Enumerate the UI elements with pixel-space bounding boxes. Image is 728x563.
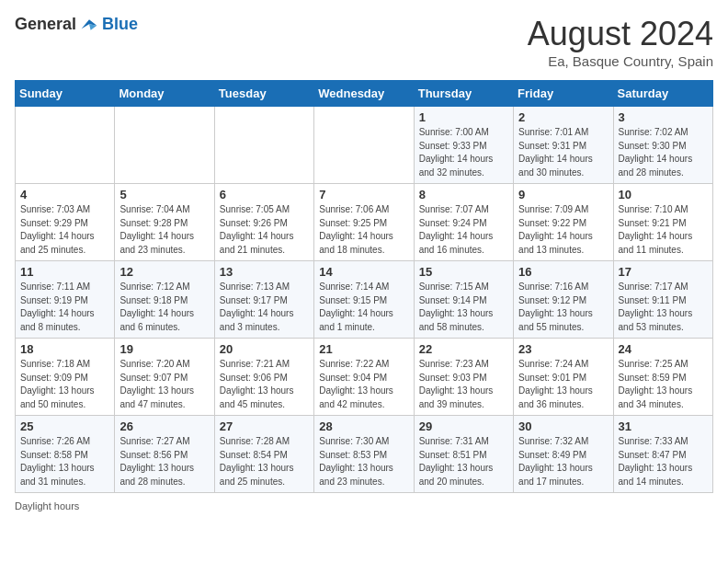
day-number: 25 — [20, 419, 109, 433]
calendar-cell: 8Sunrise: 7:07 AMSunset: 9:24 PMDaylight… — [414, 184, 513, 261]
calendar-cell: 1Sunrise: 7:00 AMSunset: 9:33 PMDaylight… — [414, 107, 513, 184]
calendar-cell: 4Sunrise: 7:03 AMSunset: 9:29 PMDaylight… — [16, 184, 115, 261]
day-number: 23 — [518, 342, 608, 356]
weekday-header-row: SundayMondayTuesdayWednesdayThursdayFrid… — [16, 81, 713, 107]
weekday-header-thursday: Thursday — [414, 81, 513, 107]
day-number: 14 — [319, 265, 408, 279]
calendar-cell: 29Sunrise: 7:31 AMSunset: 8:51 PMDayligh… — [414, 416, 513, 493]
calendar-cell: 3Sunrise: 7:02 AMSunset: 9:30 PMDaylight… — [613, 107, 712, 184]
day-number: 29 — [419, 419, 508, 433]
day-number: 24 — [619, 342, 708, 356]
calendar-cell: 5Sunrise: 7:04 AMSunset: 9:28 PMDaylight… — [115, 184, 214, 261]
weekday-header-friday: Friday — [514, 81, 613, 107]
location-subtitle: Ea, Basque Country, Spain — [528, 53, 713, 69]
calendar-cell: 16Sunrise: 7:16 AMSunset: 9:12 PMDayligh… — [514, 261, 613, 339]
day-number: 6 — [220, 188, 309, 201]
calendar-cell: 19Sunrise: 7:20 AMSunset: 9:07 PMDayligh… — [115, 339, 214, 416]
calendar-cell: 9Sunrise: 7:09 AMSunset: 9:22 PMDaylight… — [514, 184, 613, 261]
day-number: 12 — [119, 265, 209, 279]
day-number: 27 — [220, 419, 309, 433]
calendar-cell: 18Sunrise: 7:18 AMSunset: 9:09 PMDayligh… — [16, 339, 115, 416]
calendar-week-row: 1Sunrise: 7:00 AMSunset: 9:33 PMDaylight… — [16, 107, 713, 184]
calendar-cell: 31Sunrise: 7:33 AMSunset: 8:47 PMDayligh… — [613, 416, 712, 493]
calendar-week-row: 25Sunrise: 7:26 AMSunset: 8:58 PMDayligh… — [16, 416, 713, 493]
day-info: Sunrise: 7:17 AMSunset: 9:11 PMDaylight:… — [619, 281, 708, 334]
calendar-cell: 15Sunrise: 7:15 AMSunset: 9:14 PMDayligh… — [414, 261, 513, 339]
day-number: 13 — [220, 265, 309, 279]
day-number: 15 — [419, 265, 508, 279]
day-info: Sunrise: 7:28 AMSunset: 8:54 PMDaylight:… — [220, 435, 309, 488]
calendar-cell: 11Sunrise: 7:11 AMSunset: 9:19 PMDayligh… — [16, 261, 115, 339]
calendar-cell: 2Sunrise: 7:01 AMSunset: 9:31 PMDaylight… — [514, 107, 613, 184]
day-number: 5 — [119, 188, 209, 201]
calendar-week-row: 18Sunrise: 7:18 AMSunset: 9:09 PMDayligh… — [16, 339, 713, 416]
calendar-cell: 27Sunrise: 7:28 AMSunset: 8:54 PMDayligh… — [214, 416, 313, 493]
day-number: 11 — [20, 265, 109, 279]
day-info: Sunrise: 7:15 AMSunset: 9:14 PMDaylight:… — [419, 281, 508, 334]
calendar-cell — [115, 107, 214, 184]
logo-blue: Blue — [102, 15, 138, 34]
day-number: 10 — [619, 188, 708, 201]
day-info: Sunrise: 7:21 AMSunset: 9:06 PMDaylight:… — [220, 358, 309, 411]
day-number: 7 — [319, 188, 408, 201]
day-info: Sunrise: 7:25 AMSunset: 8:59 PMDaylight:… — [619, 358, 708, 411]
footer-note: Daylight hours — [15, 500, 713, 511]
calendar-cell: 24Sunrise: 7:25 AMSunset: 8:59 PMDayligh… — [613, 339, 712, 416]
day-info: Sunrise: 7:04 AMSunset: 9:28 PMDaylight:… — [119, 203, 209, 257]
day-info: Sunrise: 7:06 AMSunset: 9:25 PMDaylight:… — [319, 203, 408, 257]
day-number: 9 — [518, 188, 608, 201]
calendar-table: SundayMondayTuesdayWednesdayThursdayFrid… — [15, 80, 713, 493]
daylight-label: Daylight hours — [15, 500, 79, 511]
day-number: 3 — [619, 110, 708, 124]
day-info: Sunrise: 7:02 AMSunset: 9:30 PMDaylight:… — [619, 126, 708, 179]
day-info: Sunrise: 7:24 AMSunset: 9:01 PMDaylight:… — [518, 358, 608, 411]
weekday-header-monday: Monday — [115, 81, 214, 107]
day-info: Sunrise: 7:12 AMSunset: 9:18 PMDaylight:… — [119, 281, 209, 334]
day-number: 21 — [319, 342, 408, 356]
day-number: 17 — [619, 265, 708, 279]
day-number: 1 — [419, 110, 508, 124]
day-info: Sunrise: 7:03 AMSunset: 9:29 PMDaylight:… — [20, 203, 109, 257]
calendar-week-row: 4Sunrise: 7:03 AMSunset: 9:29 PMDaylight… — [16, 184, 713, 261]
header: General Blue August 2024 Ea, Basque Coun… — [15, 15, 713, 69]
day-info: Sunrise: 7:22 AMSunset: 9:04 PMDaylight:… — [319, 358, 408, 411]
day-number: 20 — [220, 342, 309, 356]
day-info: Sunrise: 7:05 AMSunset: 9:26 PMDaylight:… — [220, 203, 309, 257]
calendar-cell: 25Sunrise: 7:26 AMSunset: 8:58 PMDayligh… — [16, 416, 115, 493]
day-info: Sunrise: 7:23 AMSunset: 9:03 PMDaylight:… — [419, 358, 508, 411]
calendar-cell: 14Sunrise: 7:14 AMSunset: 9:15 PMDayligh… — [314, 261, 414, 339]
calendar-cell: 26Sunrise: 7:27 AMSunset: 8:56 PMDayligh… — [115, 416, 214, 493]
weekday-header-sunday: Sunday — [16, 81, 115, 107]
day-number: 2 — [518, 110, 608, 124]
day-number: 19 — [119, 342, 209, 356]
day-info: Sunrise: 7:26 AMSunset: 8:58 PMDaylight:… — [20, 435, 109, 488]
calendar-cell: 13Sunrise: 7:13 AMSunset: 9:17 PMDayligh… — [214, 261, 313, 339]
weekday-header-saturday: Saturday — [613, 81, 712, 107]
day-info: Sunrise: 7:27 AMSunset: 8:56 PMDaylight:… — [119, 435, 209, 488]
day-number: 4 — [20, 188, 109, 201]
day-info: Sunrise: 7:32 AMSunset: 8:49 PMDaylight:… — [518, 435, 608, 488]
day-info: Sunrise: 7:11 AMSunset: 9:19 PMDaylight:… — [20, 281, 109, 334]
day-number: 8 — [419, 188, 508, 201]
day-info: Sunrise: 7:30 AMSunset: 8:53 PMDaylight:… — [319, 435, 408, 488]
day-info: Sunrise: 7:07 AMSunset: 9:24 PMDaylight:… — [419, 203, 508, 257]
day-info: Sunrise: 7:20 AMSunset: 9:07 PMDaylight:… — [119, 358, 209, 411]
month-title: August 2024 — [528, 15, 713, 53]
calendar-cell: 12Sunrise: 7:12 AMSunset: 9:18 PMDayligh… — [115, 261, 214, 339]
calendar-cell: 10Sunrise: 7:10 AMSunset: 9:21 PMDayligh… — [613, 184, 712, 261]
logo: General Blue — [15, 15, 138, 34]
calendar-cell: 6Sunrise: 7:05 AMSunset: 9:26 PMDaylight… — [214, 184, 313, 261]
calendar-cell — [314, 107, 414, 184]
calendar-cell — [16, 107, 115, 184]
day-info: Sunrise: 7:10 AMSunset: 9:21 PMDaylight:… — [619, 203, 708, 257]
day-number: 22 — [419, 342, 508, 356]
logo-bird-icon — [80, 16, 98, 34]
day-info: Sunrise: 7:13 AMSunset: 9:17 PMDaylight:… — [220, 281, 309, 334]
day-info: Sunrise: 7:31 AMSunset: 8:51 PMDaylight:… — [419, 435, 508, 488]
calendar-cell: 28Sunrise: 7:30 AMSunset: 8:53 PMDayligh… — [314, 416, 414, 493]
day-info: Sunrise: 7:33 AMSunset: 8:47 PMDaylight:… — [619, 435, 708, 488]
title-area: August 2024 Ea, Basque Country, Spain — [528, 15, 713, 69]
calendar-cell: 22Sunrise: 7:23 AMSunset: 9:03 PMDayligh… — [414, 339, 513, 416]
day-info: Sunrise: 7:14 AMSunset: 9:15 PMDaylight:… — [319, 281, 408, 334]
weekday-header-tuesday: Tuesday — [214, 81, 313, 107]
